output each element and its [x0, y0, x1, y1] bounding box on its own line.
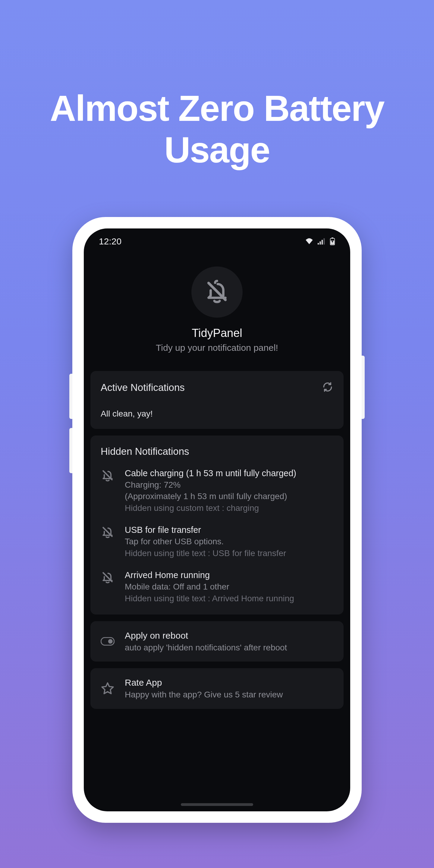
hidden-notification-row[interactable]: Arrived Home running Mobile data: Off an… — [101, 569, 333, 604]
hidden-row-title: USB for file transfer — [125, 524, 333, 536]
battery-charging-icon — [330, 238, 335, 245]
status-bar: 12:20 — [84, 228, 350, 254]
rate-app-row[interactable]: Rate App Happy with the app? Give us 5 s… — [90, 668, 344, 709]
hidden-notification-row[interactable]: USB for file transfer Tap for other USB … — [101, 524, 333, 559]
hidden-row-subtitle: Tap for other USB options. — [125, 536, 333, 547]
rate-app-subtitle: Happy with the app? Give us 5 star revie… — [125, 689, 333, 701]
star-icon — [101, 682, 115, 695]
phone-screen: 12:20 — [84, 228, 350, 811]
bell-off-icon — [101, 467, 115, 482]
app-title: TidyPanel — [84, 327, 350, 340]
hidden-row-subtitle: Mobile data: Off and 1 other — [125, 581, 333, 592]
hidden-notification-row[interactable]: Cable charging (1 h 53 m until fully cha… — [101, 467, 333, 514]
app-subtitle: Tidy up your notification panel! — [84, 343, 350, 353]
hidden-row-rule: Hidden using custom text : charging — [125, 502, 333, 514]
refresh-icon[interactable] — [322, 381, 333, 394]
svg-rect-5 — [332, 238, 333, 239]
hidden-row-subtitle: Charging: 72% — [125, 479, 333, 491]
svg-rect-3 — [324, 239, 325, 245]
hidden-notifications-title: Hidden Notifications — [101, 446, 333, 457]
status-time: 12:20 — [99, 236, 121, 247]
bell-off-icon — [101, 569, 115, 584]
apply-on-reboot-title: Apply on reboot — [125, 629, 333, 642]
svg-rect-0 — [318, 243, 319, 244]
hidden-row-subtitle2: (Approximately 1 h 53 m until fully char… — [125, 491, 333, 502]
phone-power-button — [362, 355, 365, 419]
active-notifications-title: Active Notifications — [101, 382, 185, 393]
phone-volume-up-button — [69, 374, 72, 419]
app-icon-circle — [191, 267, 243, 318]
hidden-row-title: Arrived Home running — [125, 569, 333, 581]
hidden-row-rule: Hidden using title text : Arrived Home r… — [125, 592, 333, 604]
hidden-notifications-card: Hidden Notifications Cable charging (1 h… — [90, 435, 344, 615]
phone-frame: 12:20 — [72, 217, 362, 823]
hidden-row-title: Cable charging (1 h 53 m until fully cha… — [125, 467, 333, 479]
bell-off-icon — [101, 524, 115, 538]
wifi-icon — [305, 238, 313, 245]
signal-icon — [318, 238, 326, 245]
app-header: TidyPanel Tidy up your notification pane… — [84, 254, 350, 371]
hidden-row-rule: Hidden using title text : USB for file t… — [125, 547, 333, 559]
rate-app-title: Rate App — [125, 677, 333, 689]
svg-rect-1 — [320, 241, 321, 244]
active-notifications-empty: All clean, yay! — [101, 409, 333, 418]
phone-volume-down-button — [69, 428, 72, 473]
svg-point-12 — [108, 639, 113, 644]
apply-on-reboot-subtitle: auto apply 'hidden notifications' after … — [125, 642, 333, 653]
home-indicator[interactable] — [181, 803, 253, 806]
svg-rect-2 — [321, 240, 323, 245]
apply-on-reboot-row[interactable]: Apply on reboot auto apply 'hidden notif… — [90, 621, 344, 661]
page-headline: Almost Zero Battery Usage — [0, 87, 434, 170]
toggle-icon — [101, 637, 115, 646]
active-notifications-card: Active Notifications All clean, yay! — [90, 371, 344, 429]
bell-off-icon — [204, 279, 230, 305]
